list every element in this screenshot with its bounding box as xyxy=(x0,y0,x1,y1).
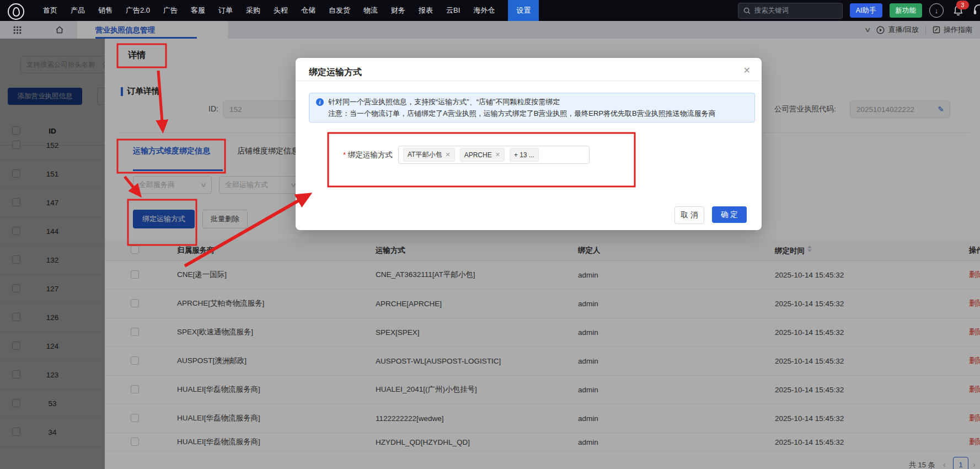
nav-item-logistics[interactable]: 物流 xyxy=(363,6,378,15)
selected-tag: AT平邮小包 ✕ xyxy=(403,148,455,162)
tag-label: AT平邮小包 xyxy=(408,150,442,159)
notification-bell[interactable]: 3 xyxy=(951,3,965,18)
nav-menu: 首页 产品 销售 广告2.0 广告 客服 订单 采购 头程 仓储 自发货 物流 … xyxy=(43,0,539,21)
nav-item-settings[interactable]: 设置 xyxy=(508,0,539,21)
nav-item-ad[interactable]: 广告 xyxy=(163,6,178,15)
cancel-button[interactable]: 取 消 xyxy=(674,206,704,224)
nav-item-purchase[interactable]: 采购 xyxy=(246,6,260,15)
close-icon[interactable]: ✕ xyxy=(743,65,751,76)
tag-remove-icon[interactable]: ✕ xyxy=(445,151,450,158)
required-asterisk: * xyxy=(343,151,346,159)
bind-transport-field-label: * 绑定运输方式 xyxy=(343,150,393,160)
nav-item-firstleg[interactable]: 头程 xyxy=(274,6,288,15)
info-line-2: 注意：当一个物流订单，店铺绑定了A营业执照，运输方式绑定了B营业执照，最终ERP… xyxy=(328,109,716,119)
nav-item-warehouse[interactable]: 仓储 xyxy=(301,6,315,15)
divider xyxy=(296,81,762,81)
download-icon[interactable]: ↓ xyxy=(929,3,944,18)
new-feature-button[interactable]: 新功能 xyxy=(890,3,923,18)
nav-item-order[interactable]: 订单 xyxy=(218,6,233,15)
nav-item-home[interactable]: 首页 xyxy=(43,6,57,15)
global-search-input[interactable]: 搜索关键词 xyxy=(738,3,843,19)
top-navbar: 首页 产品 销售 广告2.0 广告 客服 订单 采购 头程 仓储 自发货 物流 … xyxy=(0,0,980,21)
selected-tag: APRCHE ✕ xyxy=(460,148,505,162)
nav-right-cluster: 搜索关键词 AI助手 新功能 ↓ 3 xyxy=(738,0,980,21)
info-icon: i xyxy=(316,98,324,106)
notification-badge: 3 xyxy=(956,1,969,9)
tag-label: APRCHE xyxy=(464,151,492,159)
nav-item-overseas[interactable]: 海外仓 xyxy=(473,6,495,15)
nav-item-report[interactable]: 报表 xyxy=(419,6,433,15)
nav-item-cloudbi[interactable]: 云BI xyxy=(446,6,460,15)
nav-item-sales[interactable]: 销售 xyxy=(98,6,113,15)
nav-item-product[interactable]: 产品 xyxy=(71,6,85,15)
more-tags-badge[interactable]: + 13 ... xyxy=(510,148,539,162)
nav-item-finance[interactable]: 财务 xyxy=(391,6,405,15)
app-logo-icon[interactable] xyxy=(8,3,24,20)
nav-item-selfship[interactable]: 自发货 xyxy=(329,6,350,15)
global-search-placeholder: 搜索关键词 xyxy=(754,6,789,15)
bind-transport-modal: 绑定运输方式 ✕ i 针对同一个营业执照信息，支持按“运输方式”、“店铺”不同颗… xyxy=(296,58,762,230)
info-line-1: 针对同一个营业执照信息，支持按“运输方式”、“店铺”不同颗粒度按需绑定 xyxy=(328,97,560,107)
nav-item-service[interactable]: 客服 xyxy=(191,6,205,15)
field-label-text: 绑定运输方式 xyxy=(348,151,393,159)
search-icon xyxy=(743,7,751,14)
modal-title: 绑定运输方式 xyxy=(309,67,362,78)
support-headset-icon[interactable] xyxy=(972,3,980,18)
bind-transport-multiselect[interactable]: AT平邮小包 ✕ APRCHE ✕ + 13 ... xyxy=(398,146,590,164)
modal-info-banner: i 针对同一个营业执照信息，支持按“运输方式”、“店铺”不同颗粒度按需绑定 注意… xyxy=(309,93,755,122)
confirm-button[interactable]: 确 定 xyxy=(712,206,747,223)
ai-assistant-button[interactable]: AI助手 xyxy=(850,3,882,18)
tag-remove-icon[interactable]: ✕ xyxy=(495,151,500,158)
nav-item-ad2[interactable]: 广告2.0 xyxy=(126,6,150,15)
